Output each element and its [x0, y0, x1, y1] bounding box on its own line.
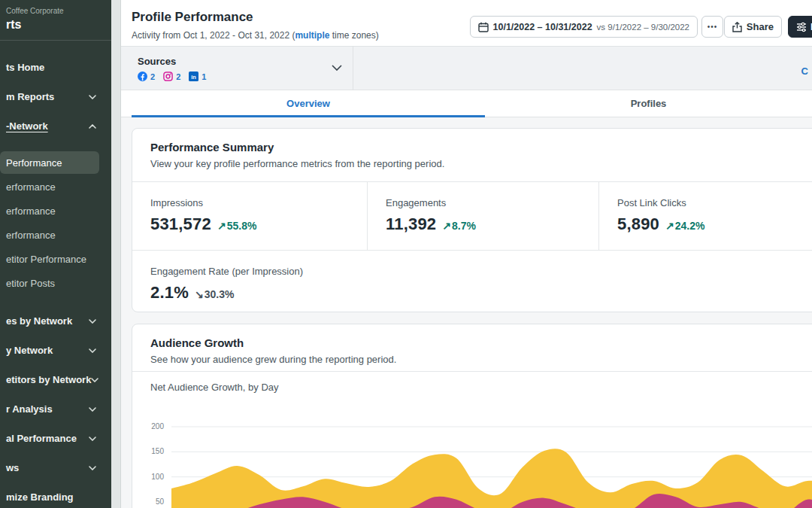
sidebar-item-label: ws [6, 462, 19, 473]
subtitle-text: time zones) [329, 30, 378, 41]
tab-overview[interactable]: Overview [132, 90, 485, 117]
instagram-icon [163, 71, 173, 81]
chevron-down-icon [332, 65, 342, 71]
chevron-down-icon [89, 348, 96, 353]
sidebar-item-performance-active[interactable]: Performance [0, 151, 99, 174]
trend-down-icon: ↘ [195, 288, 204, 300]
instagram-count: 2 [176, 72, 180, 81]
sidebar-item-mize-branding[interactable]: mize Branding [0, 482, 111, 508]
sidebar-item-label: ts Home [6, 62, 44, 73]
y-tick: 100 [151, 473, 164, 481]
sidebar-item-es-by-network[interactable]: es by Network [0, 306, 111, 336]
tab-profiles[interactable]: Profiles [485, 90, 812, 117]
performance-summary-card: Performance Summary View your key profil… [132, 128, 812, 312]
sidebar-item-r-analysis[interactable]: r Analysis [0, 394, 111, 424]
sidebar-item-label: mize Branding [6, 491, 74, 503]
more-options-button[interactable]: ••• [701, 16, 723, 38]
facebook-count: 2 [150, 72, 155, 81]
metric-engagement-rate: Engagement Rate (per Impression) 2.1% ↘3… [132, 250, 812, 312]
sidebar-item-label: erformance [6, 230, 56, 241]
metric-impressions: Impressions 531,572 ↗55.8% [132, 182, 368, 250]
chart-y-axis: 200 150 100 50 [132, 407, 171, 508]
filters-button[interactable]: F [788, 16, 812, 38]
chevron-down-icon [91, 378, 98, 382]
sidebar-item-m-reports[interactable]: m Reports [0, 82, 111, 111]
trend-up-icon: ↗ [442, 220, 451, 232]
metric-change: ↘30.3% [195, 288, 234, 300]
account-name: Coffee Corporate [6, 7, 105, 15]
share-label: Share [747, 21, 774, 32]
page-subtitle: Activity from Oct 1, 2022 - Oct 31, 2022… [132, 30, 379, 41]
facebook-icon [138, 71, 147, 81]
sidebar-header: Coffee Corporate rts [0, 0, 111, 41]
report-tabs: Overview Profiles [121, 90, 812, 117]
sidebar-item-label: etitor Posts [6, 278, 55, 289]
metric-change: ↗8.7% [442, 220, 476, 232]
metric-change: ↗24.2% [665, 220, 704, 232]
trend-up-icon: ↗ [665, 220, 674, 232]
sidebar-item-y-network[interactable]: y Network [0, 336, 111, 365]
linkedin-source: in 1 [189, 71, 206, 81]
share-button[interactable]: Share [724, 16, 782, 38]
sidebar-item-ts-home[interactable]: ts Home [0, 53, 111, 82]
subtitle-text: Activity from Oct 1, 2022 - Oct 31, 2022… [132, 30, 295, 41]
sidebar-item-label: Performance [6, 157, 62, 169]
linkedin-icon: in [189, 71, 198, 81]
sidebar: Coffee Corporate rts ts Home m Reports -… [0, 0, 111, 508]
metric-post-link-clicks: Post Link Clicks 5,890 ↗24.2% [599, 182, 812, 250]
sidebar-item-etitors-by-network[interactable]: etitors by Network [0, 365, 111, 394]
audience-growth-card: Audience Growth See how your audience gr… [132, 324, 812, 508]
page-header: Profile Performance Activity from Oct 1,… [121, 0, 812, 47]
main-panel: Profile Performance Activity from Oct 1,… [121, 0, 812, 508]
sidebar-item-label: etitor Performance [6, 254, 86, 265]
sidebar-item-erformance-3[interactable]: erformance [0, 223, 111, 247]
app-root: Coffee Corporate rts ts Home m Reports -… [0, 0, 812, 508]
sidebar-item-label: y Network [6, 345, 53, 356]
sources-right-link[interactable]: C [801, 65, 808, 77]
performance-summary-title: Performance Summary [132, 129, 812, 154]
page-title: Profile Performance [132, 10, 253, 25]
sidebar-section-title: rts [6, 18, 105, 32]
multiple-timezones-link[interactable]: multiple [295, 30, 329, 41]
y-tick: 150 [151, 447, 164, 455]
trend-up-icon: ↗ [217, 220, 226, 232]
divider [132, 371, 812, 372]
sidebar-item-label: erformance [6, 205, 56, 217]
instagram-source: 2 [163, 71, 180, 81]
sources-title: Sources [138, 56, 176, 67]
sidebar-item-ws[interactable]: ws [0, 453, 111, 482]
audience-growth-title: Audience Growth [132, 324, 812, 349]
metrics-grid: Impressions 531,572 ↗55.8% Engagements 1… [132, 181, 812, 312]
sources-networks: 2 2 in 1 [138, 71, 206, 81]
sidebar-item-label: erformance [6, 181, 56, 193]
sidebar-item-label: etitors by Network [6, 374, 91, 385]
chevron-down-icon [89, 466, 96, 470]
sidebar-item-label: r Analysis [6, 403, 53, 415]
sidebar-item-erformance-2[interactable]: erformance [0, 199, 111, 223]
date-range-button[interactable]: 10/1/2022 – 10/31/2022 vs 9/1/2022 – 9/3… [470, 16, 698, 38]
sidebar-nav: ts Home m Reports -Network Performance e… [0, 41, 111, 508]
sidebar-item-network[interactable]: -Network [0, 111, 111, 141]
sidebar-item-erformance-1[interactable]: erformance [0, 175, 111, 199]
sidebar-item-al-performance[interactable]: al Performance [0, 424, 111, 453]
share-icon [732, 22, 742, 32]
sources-dropdown[interactable]: Sources 2 2 [121, 47, 353, 90]
y-tick: 50 [156, 497, 164, 506]
chevron-down-icon [89, 437, 96, 441]
net-audience-growth-chart [171, 407, 812, 508]
date-compare-text: vs 9/1/2022 – 9/30/2022 [597, 23, 689, 32]
audience-growth-subtitle: See how your audience grew during the re… [132, 349, 812, 365]
sidebar-item-etitor-posts[interactable]: etitor Posts [0, 271, 111, 295]
sidebar-scrollbar[interactable] [111, 0, 121, 508]
metric-engagements: Engagements 11,392 ↗8.7% [368, 182, 599, 250]
svg-text:in: in [191, 74, 196, 81]
facebook-source: 2 [138, 71, 155, 81]
sidebar-item-etitor-performance[interactable]: etitor Performance [0, 247, 111, 271]
chevron-down-icon [89, 407, 96, 412]
calendar-icon [478, 22, 489, 32]
metric-value: 5,890 [617, 214, 659, 234]
metric-change: ↗55.8% [217, 220, 256, 232]
y-tick: 200 [151, 422, 164, 430]
metric-value: 531,572 [150, 214, 211, 234]
report-content: Performance Summary View your key profil… [121, 117, 812, 508]
